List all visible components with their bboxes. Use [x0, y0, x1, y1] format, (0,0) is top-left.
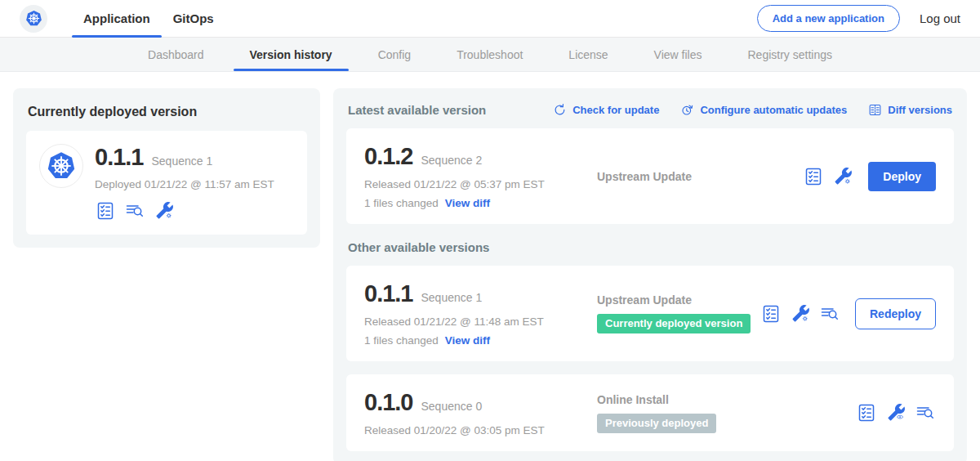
check-for-update-label: Check for update [572, 104, 659, 116]
latest-version-title: Latest available version [348, 103, 486, 117]
version-actions: Deploy [803, 162, 936, 191]
released-timestamp: Released 01/20/22 @ 03:05 pm EST [364, 424, 597, 436]
schedule-update-icon [680, 103, 694, 117]
release-notes-icon[interactable] [95, 200, 116, 222]
logout-button[interactable]: Log out [920, 11, 960, 25]
version-number: 0.1.1 [364, 280, 413, 307]
released-timestamp: Released 01/21/22 @ 05:37 pm EST [364, 178, 597, 190]
tab-application[interactable]: Application [72, 0, 162, 37]
released-timestamp: Released 01/21/22 @ 11:48 am EST [364, 316, 597, 328]
view-logs-icon[interactable] [915, 402, 936, 423]
version-actions [856, 402, 936, 423]
view-logs-icon[interactable] [819, 303, 840, 324]
deploy-button[interactable]: Deploy [868, 162, 936, 191]
other-versions-title: Other available versions [348, 240, 952, 254]
diff-icon [868, 103, 882, 117]
top-header: Application GitOps Add a new application… [0, 0, 980, 38]
release-notes-icon[interactable] [760, 303, 782, 324]
files-changed-label: 1 files changed [364, 334, 439, 347]
check-for-update-link[interactable]: Check for update [553, 103, 659, 117]
configure-automatic-updates-link[interactable]: Configure automatic updates [680, 103, 847, 117]
view-config-icon[interactable] [885, 402, 906, 423]
version-source: Upstream Update Currently deployed versi… [597, 293, 760, 333]
diff-versions-link[interactable]: Diff versions [868, 103, 952, 117]
version-actions: Redeploy [760, 298, 936, 329]
header-tabs: Application GitOps [72, 0, 225, 37]
deployed-sequence-label: Sequence 1 [152, 154, 213, 168]
app-kubernetes-icon [39, 144, 83, 188]
source-label: Upstream Update [597, 170, 803, 183]
sequence-label: Sequence 1 [421, 291, 483, 304]
latest-version-header: Latest available version Check for updat… [348, 103, 952, 117]
view-diff-link[interactable]: View diff [445, 197, 490, 209]
refresh-icon [553, 103, 567, 117]
source-label: Online Install [597, 393, 856, 406]
currently-deployed-badge: Currently deployed version [597, 314, 751, 333]
version-source: Online Install Previously deployed [597, 393, 856, 433]
version-info: 0.1.0 Sequence 0 Released 01/20/22 @ 03:… [364, 389, 597, 436]
app-logo [20, 0, 47, 37]
version-number: 0.1.0 [364, 389, 413, 416]
subnav-tab-troubleshoot[interactable]: Troubleshoot [434, 38, 546, 71]
configure-automatic-updates-label: Configure automatic updates [700, 104, 847, 116]
view-logs-icon[interactable] [124, 200, 145, 222]
deployed-timestamp: Deployed 01/21/22 @ 11:57 am EST [95, 178, 274, 190]
sequence-label: Sequence 2 [421, 154, 483, 167]
subnav-tab-dashboard[interactable]: Dashboard [125, 38, 227, 71]
deployed-actions [95, 200, 274, 222]
edit-config-icon[interactable] [790, 303, 811, 324]
edit-config-icon[interactable] [154, 200, 175, 222]
deployed-version-info: 0.1.1 Sequence 1 Deployed 01/21/22 @ 11:… [95, 144, 274, 222]
release-notes-icon[interactable] [856, 402, 877, 423]
version-card-0-1-0: 0.1.0 Sequence 0 Released 01/20/22 @ 03:… [346, 374, 954, 451]
redeploy-button[interactable]: Redeploy [855, 298, 936, 329]
view-diff-link[interactable]: View diff [445, 334, 490, 347]
main-content: Currently deployed version 0.1.1 Sequenc… [0, 72, 980, 461]
source-label: Upstream Update [597, 293, 760, 307]
update-actions: Check for update Configure automatic upd… [553, 103, 952, 117]
kubernetes-logo-icon [20, 5, 47, 33]
kots-admin-console: Application GitOps Add a new application… [0, 0, 980, 461]
previously-deployed-badge: Previously deployed [597, 414, 716, 433]
diff-versions-label: Diff versions [888, 104, 952, 116]
version-card-0-1-1: 0.1.1 Sequence 1 Released 01/21/22 @ 11:… [346, 266, 954, 361]
subnav-tab-version-history[interactable]: Version history [227, 38, 355, 71]
version-info: 0.1.2 Sequence 2 Released 01/21/22 @ 05:… [364, 143, 597, 209]
currently-deployed-panel: Currently deployed version 0.1.1 Sequenc… [13, 88, 320, 248]
deployed-version-card: 0.1.1 Sequence 1 Deployed 01/21/22 @ 11:… [26, 131, 307, 235]
version-info: 0.1.1 Sequence 1 Released 01/21/22 @ 11:… [364, 280, 597, 347]
subnav-tab-license[interactable]: License [546, 38, 630, 71]
version-history-panel: Latest available version Check for updat… [333, 88, 967, 461]
subnav-tab-config[interactable]: Config [355, 38, 434, 71]
currently-deployed-title: Currently deployed version [28, 105, 307, 119]
subnav-tab-registry-settings[interactable]: Registry settings [725, 38, 855, 71]
files-changed-label: 1 files changed [364, 197, 439, 209]
version-source: Upstream Update [597, 170, 803, 183]
version-number: 0.1.2 [364, 143, 413, 170]
edit-config-icon[interactable] [832, 166, 853, 187]
deployed-version-number: 0.1.1 [95, 144, 144, 171]
header-right: Add a new application Log out [757, 0, 960, 37]
app-subnav: Dashboard Version history Config Trouble… [0, 38, 980, 72]
add-application-button[interactable]: Add a new application [757, 5, 900, 32]
version-card-0-1-2: 0.1.2 Sequence 2 Released 01/21/22 @ 05:… [346, 128, 954, 224]
tab-gitops[interactable]: GitOps [162, 0, 225, 37]
release-notes-icon[interactable] [803, 166, 824, 187]
sequence-label: Sequence 0 [421, 400, 483, 413]
subnav-tab-view-files[interactable]: View files [631, 38, 725, 71]
